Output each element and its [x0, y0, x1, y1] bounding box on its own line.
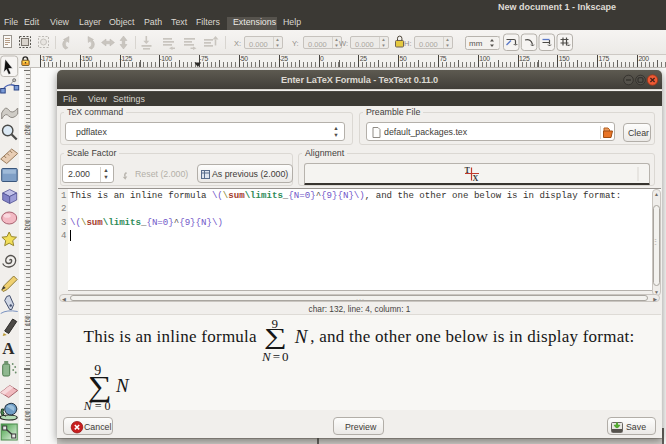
svg-text:mm: mm: [469, 39, 483, 48]
svg-text:T: T: [465, 166, 471, 175]
svg-text:150: 150: [24, 315, 31, 326]
svg-text:200: 200: [24, 219, 31, 230]
svg-text:A: A: [2, 339, 15, 358]
svg-text:X: X: [473, 174, 479, 183]
svg-text:250: 250: [24, 124, 31, 135]
svg-text:100: 100: [24, 410, 31, 421]
